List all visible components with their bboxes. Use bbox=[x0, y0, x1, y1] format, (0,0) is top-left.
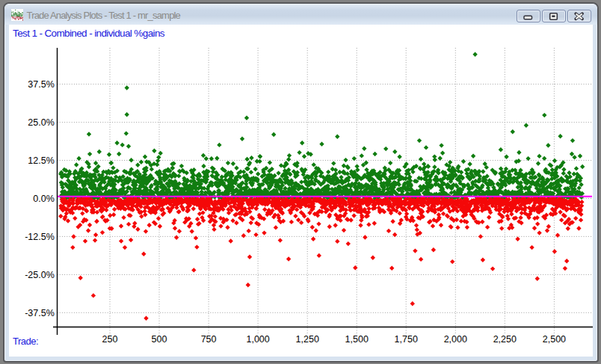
svg-text:37.5%: 37.5% bbox=[28, 79, 54, 90]
svg-text:2,000: 2,000 bbox=[444, 334, 467, 345]
svg-text:1,000: 1,000 bbox=[246, 334, 269, 345]
svg-text:2,250: 2,250 bbox=[493, 334, 517, 345]
svg-text:-37.5%: -37.5% bbox=[25, 308, 55, 318]
svg-text:-12.5%: -12.5% bbox=[25, 232, 55, 242]
svg-text:250: 250 bbox=[102, 334, 118, 345]
svg-text:500: 500 bbox=[152, 334, 167, 345]
svg-text:1,750: 1,750 bbox=[395, 334, 418, 345]
svg-text:1,500: 1,500 bbox=[345, 334, 369, 345]
svg-text:0.0%: 0.0% bbox=[33, 194, 55, 204]
svg-text:12.5%: 12.5% bbox=[28, 155, 54, 166]
svg-text:1,250: 1,250 bbox=[296, 334, 319, 345]
svg-text:-25.0%: -25.0% bbox=[25, 270, 55, 280]
svg-text:750: 750 bbox=[201, 334, 217, 345]
svg-text:2,500: 2,500 bbox=[543, 334, 566, 345]
svg-text:25.0%: 25.0% bbox=[28, 117, 54, 128]
